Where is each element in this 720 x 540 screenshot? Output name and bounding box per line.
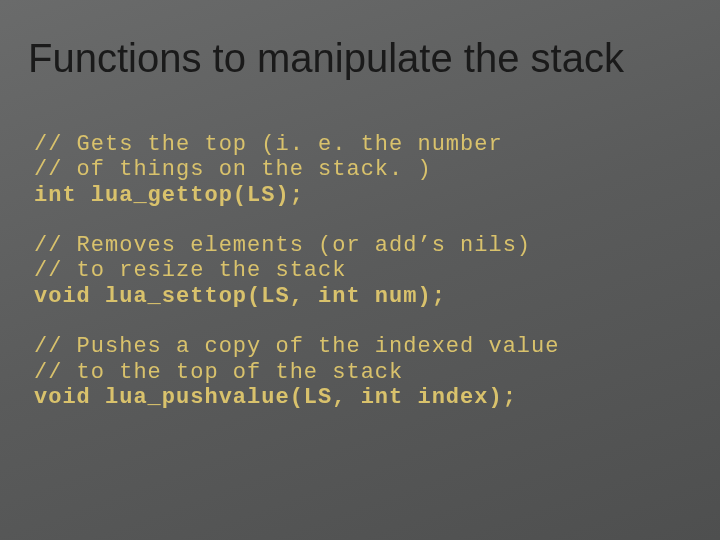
slide-title: Functions to manipulate the stack	[28, 36, 692, 81]
signature-line: void lua_pushvalue(LS, int index);	[34, 385, 517, 410]
signature-line: int lua_gettop(LS);	[34, 183, 304, 208]
comment-line: // to resize the stack	[34, 258, 346, 283]
signature-line: void lua_settop(LS, int num);	[34, 284, 446, 309]
slide: Functions to manipulate the stack // Get…	[0, 0, 720, 540]
comment-line: // Pushes a copy of the indexed value	[34, 334, 559, 359]
comment-line: // Removes elements (or add’s nils)	[34, 233, 531, 258]
comment-line: // of things on the stack. )	[34, 157, 432, 182]
comment-line: // to the top of the stack	[34, 360, 403, 385]
code-block: // Gets the top (i. e. the number // of …	[34, 132, 690, 410]
comment-line: // Gets the top (i. e. the number	[34, 132, 503, 157]
